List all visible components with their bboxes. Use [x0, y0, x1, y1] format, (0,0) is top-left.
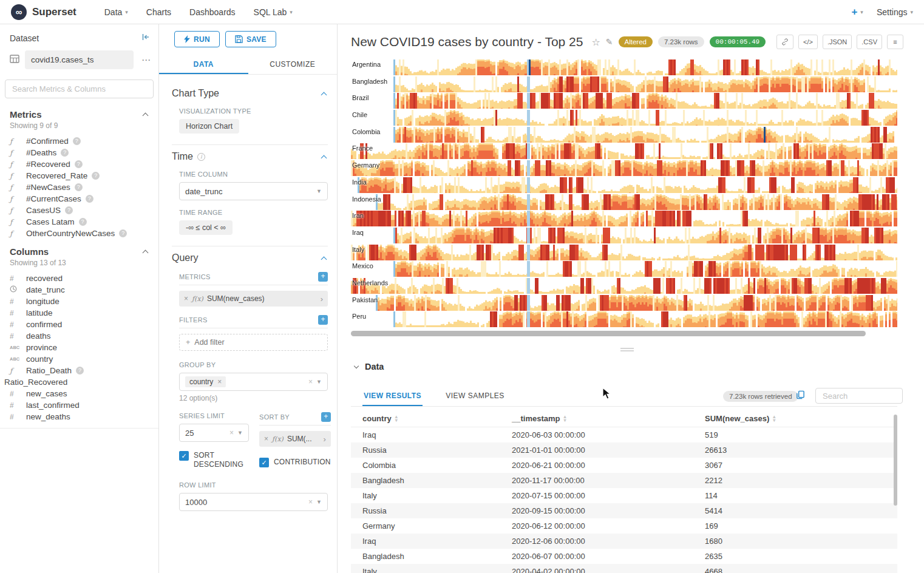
- altered-badge[interactable]: Altered: [619, 36, 653, 47]
- chevron-up-icon[interactable]: [143, 250, 149, 256]
- help-icon[interactable]: ?: [75, 183, 83, 191]
- panel-resize-handle[interactable]: [620, 348, 634, 351]
- horizon-series-row[interactable]: Bangladesh: [351, 76, 897, 93]
- column-item[interactable]: #longitude: [0, 296, 158, 307]
- column-item[interactable]: #latitude: [0, 307, 158, 319]
- chevron-up-icon[interactable]: [321, 155, 327, 161]
- nav-item-sqllab[interactable]: SQL Lab▾: [254, 7, 293, 17]
- horizon-series-row[interactable]: Mexico: [351, 260, 897, 277]
- metric-item[interactable]: ƒ#Recovered?: [0, 158, 158, 170]
- time-range-value[interactable]: -∞ ≤ col < ∞: [179, 220, 233, 235]
- run-button[interactable]: RUN: [174, 31, 220, 47]
- metrics-columns-search-input[interactable]: [5, 80, 154, 98]
- contribution-checkbox[interactable]: ✓: [259, 458, 269, 467]
- clear-icon[interactable]: ×: [229, 429, 234, 437]
- horizon-series-row[interactable]: Iraq: [351, 227, 897, 244]
- help-icon[interactable]: ?: [73, 137, 81, 145]
- export-csv-button[interactable]: .CSV: [857, 35, 882, 49]
- metric-item[interactable]: ƒ#NewCases?: [0, 181, 158, 193]
- nav-item-data[interactable]: Data▾: [104, 7, 128, 17]
- help-icon[interactable]: ?: [75, 160, 83, 168]
- save-button[interactable]: SAVE: [225, 31, 276, 47]
- chevron-up-icon[interactable]: [143, 113, 149, 119]
- add-filter-plus-button[interactable]: +: [318, 315, 328, 325]
- column-item[interactable]: ABCprovince: [0, 342, 158, 353]
- collapse-panel-icon[interactable]: [141, 33, 150, 43]
- horizon-series-row[interactable]: Argentina: [351, 59, 897, 76]
- add-sort-button[interactable]: +: [321, 412, 331, 422]
- remove-icon[interactable]: ×: [184, 294, 188, 303]
- new-item-button[interactable]: + ▾: [851, 6, 863, 18]
- horizon-series-row[interactable]: India: [351, 177, 897, 194]
- metric-item[interactable]: ƒCasesUS?: [0, 205, 158, 216]
- column-header[interactable]: SUM(new_cases)▴▾: [693, 414, 897, 423]
- column-item[interactable]: ABCcountry: [0, 353, 158, 365]
- dataset-more-icon[interactable]: ⋯: [139, 55, 154, 66]
- export-json-button[interactable]: .JSON: [823, 35, 852, 49]
- column-header[interactable]: country▴▾: [351, 414, 500, 423]
- help-icon[interactable]: ?: [119, 229, 127, 237]
- column-item[interactable]: #deaths: [0, 330, 158, 342]
- help-icon[interactable]: ?: [61, 149, 69, 157]
- chart-menu-button[interactable]: ≡: [887, 35, 903, 49]
- column-item[interactable]: date_trunc: [0, 284, 158, 296]
- horizon-series-row[interactable]: Germany: [351, 160, 897, 177]
- add-metric-button[interactable]: +: [318, 272, 328, 282]
- clear-icon[interactable]: ×: [308, 498, 313, 506]
- sort-by-chip[interactable]: × ƒ(x) SUM(... ›: [259, 431, 331, 447]
- column-item[interactable]: Ratio_Recovered: [0, 376, 158, 388]
- column-item[interactable]: #new_cases: [0, 388, 158, 399]
- metric-item[interactable]: ƒCases Latam?: [0, 216, 158, 228]
- sort-icon[interactable]: ▴▾: [773, 415, 775, 422]
- horizon-series-row[interactable]: Peru: [351, 311, 897, 328]
- metric-chip[interactable]: × ƒ(x) SUM(new_cases) ›: [179, 291, 328, 307]
- sort-icon[interactable]: ▴▾: [395, 415, 398, 422]
- help-icon[interactable]: ?: [92, 172, 100, 180]
- settings-menu[interactable]: Settings▾: [877, 7, 913, 17]
- chevron-up-icon[interactable]: [321, 256, 327, 262]
- metric-item[interactable]: ƒ#Deaths?: [0, 147, 158, 158]
- help-icon[interactable]: ?: [65, 206, 73, 214]
- column-header[interactable]: __timestamp▴▾: [500, 414, 693, 423]
- chevron-up-icon[interactable]: [321, 92, 327, 98]
- scrollbar-thumb[interactable]: [351, 331, 866, 336]
- horizon-series-row[interactable]: France: [351, 143, 897, 160]
- tab-view-samples[interactable]: VIEW SAMPLES: [444, 392, 506, 406]
- chevron-right-icon[interactable]: ›: [323, 435, 325, 444]
- remove-icon[interactable]: ×: [264, 435, 268, 443]
- scrollbar-thumb[interactable]: [894, 415, 897, 506]
- group-by-chip[interactable]: country ×: [185, 376, 226, 387]
- horizon-series-row[interactable]: Italy: [351, 244, 897, 261]
- data-section-toggle[interactable]: Data: [355, 362, 384, 371]
- add-filter-button[interactable]: + Add filter: [179, 334, 328, 351]
- horizon-series-row[interactable]: Netherlands: [351, 277, 897, 294]
- metric-item[interactable]: ƒRecovered_Rate?: [0, 170, 158, 181]
- column-item[interactable]: #recovered: [0, 273, 158, 284]
- chevron-right-icon[interactable]: ›: [321, 294, 323, 303]
- help-icon[interactable]: ?: [76, 367, 84, 375]
- sort-descending-checkbox[interactable]: ✓: [179, 451, 189, 461]
- info-icon[interactable]: i: [197, 153, 205, 161]
- nav-item-dashboards[interactable]: Dashboards: [189, 7, 236, 17]
- horizon-series-row[interactable]: Chile: [351, 109, 897, 126]
- metric-item[interactable]: ƒOtherCountryNewCases?: [0, 228, 158, 239]
- viz-type-value[interactable]: Horizon Chart: [179, 119, 239, 134]
- remove-icon[interactable]: ×: [217, 378, 222, 386]
- nav-item-charts[interactable]: Charts: [146, 7, 171, 17]
- sort-icon[interactable]: ▴▾: [563, 415, 566, 422]
- tab-data[interactable]: DATA: [159, 55, 248, 74]
- series-limit-select[interactable]: 25 × ▼: [179, 424, 249, 442]
- clear-icon[interactable]: ×: [308, 378, 313, 386]
- metric-item[interactable]: ƒ#Confirmed?: [0, 135, 158, 147]
- tab-view-results[interactable]: VIEW RESULTS: [362, 392, 423, 406]
- horizon-series-row[interactable]: Pakistan: [351, 294, 897, 311]
- horizon-series-row[interactable]: Brazil: [351, 92, 897, 109]
- share-link-button[interactable]: [776, 35, 793, 49]
- horizon-series-row[interactable]: Indonesia: [351, 194, 897, 211]
- dataset-name[interactable]: covid19.cases_ts: [25, 50, 134, 69]
- group-by-select[interactable]: country × × ▼: [179, 373, 328, 391]
- results-search-input[interactable]: [815, 388, 903, 404]
- column-item[interactable]: ƒRatio_Death?: [0, 365, 158, 376]
- edit-title-icon[interactable]: ✎: [606, 37, 613, 47]
- superset-brand[interactable]: ∞ Superset: [11, 4, 76, 20]
